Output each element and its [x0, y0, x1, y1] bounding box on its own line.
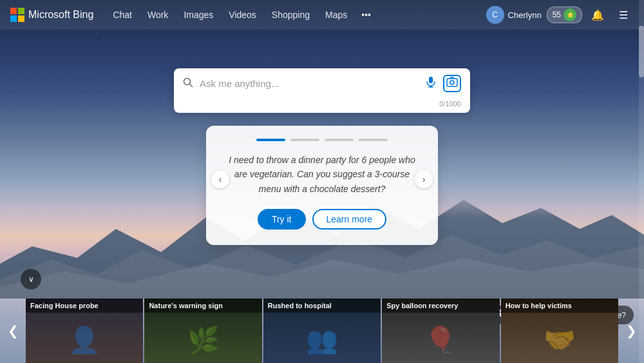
- search-input[interactable]: [200, 78, 419, 89]
- suggestion-card-wrap: I need to throw a dinner party for 6 peo…: [206, 113, 438, 245]
- logo-icon: [10, 8, 24, 22]
- bell-icon: 🔔: [591, 9, 604, 21]
- dot-4[interactable]: [359, 139, 388, 141]
- chevron-down-icon: ∨: [28, 275, 34, 284]
- nav-more-button[interactable]: •••: [356, 7, 376, 23]
- next-suggestion-button[interactable]: ›: [415, 170, 433, 188]
- avatar: C: [486, 6, 504, 24]
- right-arrow-icon: ›: [422, 174, 426, 184]
- logo[interactable]: Microsoft Bing: [10, 8, 93, 22]
- news-item-title-3: Rushed to hospital: [263, 299, 381, 313]
- news-left-arrow-icon: ❮: [8, 323, 19, 338]
- nav-videos[interactable]: Videos: [222, 7, 263, 23]
- news-items: 👤 Facing House probe 🌿 Nature's warning …: [26, 299, 618, 363]
- news-item-3[interactable]: 👥 Rushed to hospital: [263, 299, 381, 363]
- svg-rect-6: [429, 77, 433, 83]
- scrollbar-thumb[interactable]: [639, 26, 644, 77]
- news-item-title-5: How to help victims: [501, 299, 618, 313]
- news-item-5[interactable]: 🤝 How to help victims: [501, 299, 618, 363]
- dot-2[interactable]: [290, 139, 319, 141]
- progress-dots: [225, 139, 419, 141]
- news-item-4[interactable]: 🎈 Spy balloon recovery: [382, 299, 499, 363]
- dot-1[interactable]: [256, 139, 285, 141]
- suggestion-card: I need to throw a dinner party for 6 peo…: [206, 126, 438, 245]
- news-item-title-2: Nature's warning sign: [144, 299, 261, 313]
- news-right-arrow-icon: ❯: [626, 323, 637, 338]
- nav-right: C Cherlynn 55 ⭐ 🔔 ☰: [486, 5, 634, 25]
- menu-button[interactable]: ☰: [613, 5, 634, 25]
- search-input-row: [174, 68, 470, 99]
- nav-chat[interactable]: Chat: [106, 7, 138, 23]
- points-circle-icon: ⭐: [564, 8, 576, 21]
- left-arrow-icon: ‹: [219, 174, 222, 184]
- bottom-section: ∨ Want to see the Bing daily image? ❮ 👤 …: [0, 269, 644, 363]
- news-item-title-4: Spy balloon recovery: [382, 299, 499, 313]
- news-strip: ❮ 👤 Facing House probe 🌿 Nature's warnin…: [0, 299, 644, 363]
- nav-maps[interactable]: Maps: [319, 7, 354, 23]
- suggestion-text: I need to throw a dinner party for 6 peo…: [225, 153, 419, 196]
- collapse-button[interactable]: ∨: [21, 269, 41, 289]
- search-container: 0/1000: [174, 68, 470, 113]
- rewards-points: 55: [553, 10, 561, 19]
- svg-rect-1: [18, 8, 24, 14]
- learn-more-button[interactable]: Learn more: [312, 209, 387, 230]
- notifications-button[interactable]: 🔔: [587, 5, 608, 25]
- svg-rect-9: [447, 79, 457, 86]
- camera-icon[interactable]: [443, 75, 461, 92]
- news-prev-button[interactable]: ❮: [0, 299, 26, 363]
- svg-line-5: [190, 84, 193, 86]
- suggestion-actions: Try it Learn more: [225, 209, 419, 230]
- search-icon: [183, 77, 193, 90]
- news-item-2[interactable]: 🌿 Nature's warning sign: [144, 299, 261, 363]
- hamburger-icon: ☰: [619, 9, 628, 21]
- user-section[interactable]: C Cherlynn: [486, 6, 542, 24]
- dot-3[interactable]: [325, 139, 354, 141]
- scrollbar[interactable]: [639, 0, 644, 363]
- prev-suggestion-button[interactable]: ‹: [211, 170, 229, 188]
- svg-rect-3: [18, 15, 24, 22]
- svg-rect-0: [10, 8, 17, 14]
- nav-work[interactable]: Work: [141, 7, 175, 23]
- try-it-button[interactable]: Try it: [258, 209, 306, 230]
- svg-rect-2: [10, 15, 17, 22]
- news-item-1[interactable]: 👤 Facing House probe: [26, 299, 143, 363]
- nav-images[interactable]: Images: [177, 7, 220, 23]
- nav-links: Chat Work Images Videos Shopping Maps ••…: [106, 7, 486, 23]
- search-counter: 0/1000: [174, 99, 470, 113]
- logo-text: Microsoft Bing: [28, 9, 93, 21]
- main-content: 0/1000 I need to throw a dinner party fo…: [0, 30, 644, 245]
- mic-icon[interactable]: [425, 76, 437, 91]
- news-item-title-1: Facing House probe: [26, 299, 143, 313]
- nav-shopping[interactable]: Shopping: [265, 7, 316, 23]
- rewards-badge[interactable]: 55 ⭐: [547, 6, 582, 23]
- navbar: Microsoft Bing Chat Work Images Videos S…: [0, 0, 644, 30]
- svg-point-10: [450, 81, 454, 84]
- user-name: Cherlynn: [508, 10, 542, 20]
